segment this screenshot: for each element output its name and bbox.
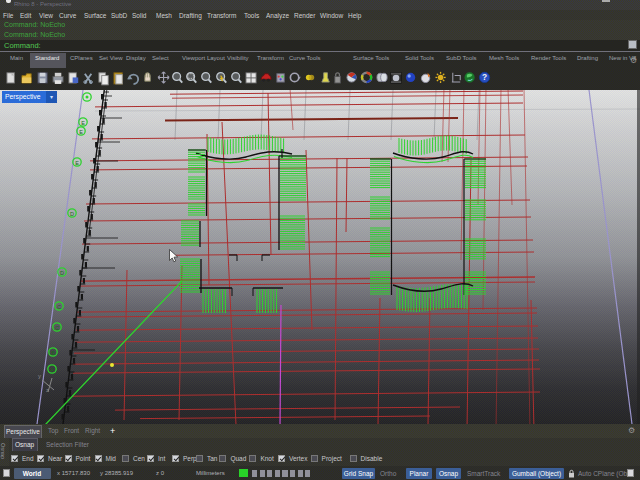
svg-text:B: B (51, 350, 55, 356)
svg-text:y: y (38, 373, 41, 379)
svg-text:C: C (57, 304, 61, 310)
svg-text:E: E (75, 160, 79, 166)
svg-text:?: ? (482, 72, 487, 82)
svg-text:D: D (70, 211, 74, 217)
svg-text:E: E (79, 129, 83, 135)
svg-text:z: z (46, 387, 49, 393)
svg-text:E: E (81, 120, 85, 126)
svg-text:A: A (50, 367, 54, 373)
svg-text:C: C (55, 325, 59, 331)
svg-text:D: D (60, 270, 64, 276)
